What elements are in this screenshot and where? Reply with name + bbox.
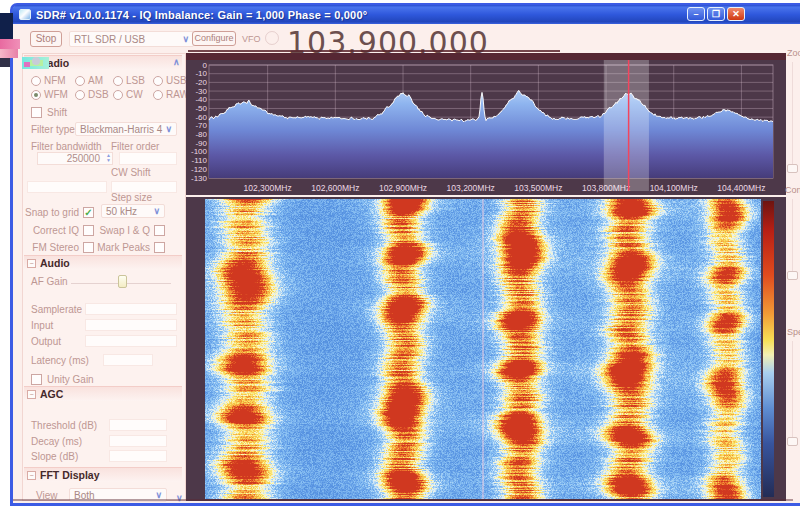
chevron-up-icon[interactable]: ∧ <box>173 57 180 67</box>
filter-type-select[interactable]: Blackman-Harris 4 ∨ <box>75 122 177 136</box>
vfo-indicator-icon <box>265 31 279 45</box>
radio-mode-label: CW <box>126 89 143 100</box>
swap-iq-checkbox[interactable] <box>154 225 165 236</box>
radio-mode-am[interactable]: AM <box>75 75 113 86</box>
filter-order-spinner[interactable] <box>119 152 177 165</box>
svg-text:-120: -120 <box>191 165 208 174</box>
svg-text:-40: -40 <box>195 95 207 104</box>
waterfall-panel <box>186 197 786 501</box>
collapse-icon[interactable]: − <box>27 390 36 399</box>
input-select[interactable] <box>85 319 177 331</box>
zoom-slider[interactable] <box>792 62 793 166</box>
screen: SDR# v1.0.0.1174 - IQ Imbalance: Gain = … <box>0 0 800 513</box>
sidebar: − Radio ∧ NFMAMLSBUSBWFMDSBCWRAW Shift F… <box>22 53 186 501</box>
radio-button-icon[interactable] <box>75 76 85 86</box>
radio-mode-cw[interactable]: CW <box>113 89 153 100</box>
collapse-icon[interactable]: − <box>27 471 36 480</box>
svg-text:-80: -80 <box>195 130 207 139</box>
radio-button-icon[interactable] <box>31 90 41 100</box>
unity-gain-label: Unity Gain <box>47 374 94 385</box>
radio-button-icon[interactable] <box>75 90 85 100</box>
configure-button[interactable]: Configure <box>192 31 236 46</box>
filter-bandwidth-spinner[interactable]: 250000 ▲▼ <box>37 152 113 165</box>
samplerate-select[interactable] <box>85 303 177 315</box>
radio-button-icon[interactable] <box>31 76 41 86</box>
speed-slider-label: Speed <box>787 327 800 337</box>
svg-text:103,500MHz: 103,500MHz <box>514 183 562 193</box>
radio-mode-grid: NFMAMLSBUSBWFMDSBCWRAW <box>31 75 193 100</box>
radio-button-icon[interactable] <box>113 90 123 100</box>
spectrum-plot[interactable]: 0-10-20-30-40-50-60-70-80-90-100-110-120… <box>186 53 786 195</box>
step-size-select[interactable]: 50 kHz ∨ <box>101 204 165 218</box>
spinner-arrows-icon[interactable]: ▲▼ <box>106 153 111 163</box>
fft-group-header[interactable]: − FFT Display <box>24 467 182 482</box>
stop-button[interactable]: Stop <box>30 31 62 47</box>
swap-iq-label: Swap I & Q <box>99 225 150 236</box>
svg-text:-90: -90 <box>195 139 207 148</box>
svg-text:0: 0 <box>203 61 208 70</box>
fft-group-title: FFT Display <box>40 469 100 481</box>
close-button[interactable]: ✕ <box>727 7 745 21</box>
chevron-down-icon: ∨ <box>153 206 160 216</box>
svg-text:-50: -50 <box>195 104 207 113</box>
scroll-down-icon[interactable]: ∨ <box>176 493 183 503</box>
radio-mode-nfm[interactable]: NFM <box>31 75 75 86</box>
radio-mode-label: USB <box>166 75 187 86</box>
radio-mode-wfm[interactable]: WFM <box>31 89 75 100</box>
glitch-artifact <box>0 13 13 39</box>
af-gain-slider-thumb[interactable] <box>118 275 127 288</box>
radio-button-icon[interactable] <box>153 76 163 86</box>
source-value: RTL SDR / USB <box>74 34 145 45</box>
fm-stereo-label: FM Stereo <box>32 242 79 253</box>
waterfall-display[interactable] <box>205 199 761 499</box>
titlebar[interactable]: SDR# v1.0.0.1174 - IQ Imbalance: Gain = … <box>12 5 800 24</box>
zoom-slider-label: Zoom <box>787 48 800 58</box>
radio-mode-dsb[interactable]: DSB <box>75 89 113 100</box>
audio-group-header[interactable]: − Audio <box>24 255 182 270</box>
mark-peaks-checkbox[interactable] <box>154 242 165 253</box>
collapse-icon[interactable]: − <box>27 259 36 268</box>
svg-text:-70: -70 <box>195 121 207 130</box>
zoom-slider-thumb[interactable] <box>787 164 798 173</box>
agc-decay-spinner[interactable] <box>109 435 167 447</box>
svg-text:-130: -130 <box>191 174 208 183</box>
waterfall-intensity-legend <box>763 201 774 497</box>
glitch-artifact <box>32 57 40 65</box>
window-title: SDR# v1.0.0.1174 - IQ Imbalance: Gain = … <box>36 9 367 21</box>
radio-mode-label: NFM <box>44 75 66 86</box>
radio-mode-label: WFM <box>44 89 68 100</box>
unity-gain-checkbox[interactable] <box>31 374 42 385</box>
agc-slope-spinner[interactable] <box>109 450 167 462</box>
source-select[interactable]: RTL SDR / USB ∨ <box>69 31 194 47</box>
shift-checkbox[interactable] <box>31 107 42 118</box>
spectrum-top-strip <box>186 53 786 60</box>
speed-slider-thumb[interactable] <box>787 437 798 446</box>
shift-value-field[interactable] <box>27 181 107 193</box>
toolbar-underline <box>188 50 560 52</box>
svg-text:-100: -100 <box>191 147 208 156</box>
glitch-artifact <box>0 39 20 49</box>
radio-button-icon[interactable] <box>113 76 123 86</box>
radio-mode-lsb[interactable]: LSB <box>113 75 153 86</box>
content-bottom-edge <box>13 499 793 501</box>
output-select[interactable] <box>85 335 177 347</box>
radio-button-icon[interactable] <box>153 90 163 100</box>
snap-to-grid-checkbox[interactable]: ✓ <box>83 207 94 218</box>
glitch-artifact <box>0 58 10 67</box>
glitch-artifact <box>0 49 18 58</box>
svg-text:102,300MHz: 102,300MHz <box>244 183 292 193</box>
latency-spinner[interactable] <box>103 354 153 366</box>
contrast-slider[interactable] <box>792 199 793 271</box>
maximize-button[interactable]: ❐ <box>707 7 725 21</box>
chevron-down-icon: ∨ <box>165 124 172 134</box>
agc-threshold-spinner[interactable] <box>109 419 167 431</box>
contrast-slider-thumb[interactable] <box>787 271 798 280</box>
contrast-slider-label: Contrast <box>785 185 800 195</box>
agc-group-header[interactable]: − AGC <box>24 386 182 401</box>
minimize-button[interactable]: – <box>687 7 705 21</box>
speed-slider[interactable] <box>792 341 793 437</box>
correct-iq-label: Correct IQ <box>33 225 79 236</box>
svg-text:-30: -30 <box>195 87 207 96</box>
vfo-label: VFO <box>242 34 261 44</box>
filter-bandwidth-value: 250000 <box>67 153 100 164</box>
